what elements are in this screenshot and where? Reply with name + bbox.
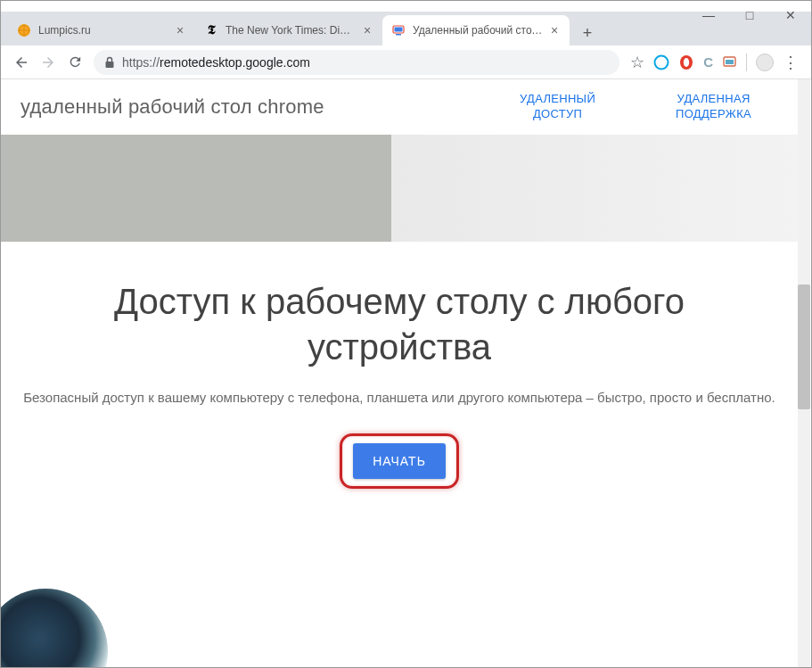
tab-title: Lumpics.ru — [38, 24, 168, 37]
new-tab-button[interactable]: + — [575, 21, 600, 45]
extension-icon[interactable] — [678, 54, 694, 70]
address-bar[interactable]: https://remotedesktop.google.com — [94, 50, 619, 75]
close-icon[interactable]: × — [174, 24, 186, 37]
svg-rect-5 — [396, 34, 401, 36]
tab-title: The New York Times: Digital — [226, 24, 356, 37]
tab-title: Удаленный рабочий стол C — [413, 24, 543, 37]
svg-point-8 — [655, 55, 668, 69]
favicon-icon — [391, 23, 406, 37]
page-viewport: удаленный рабочий стол chrome УДАЛЕННЫЙД… — [1, 79, 811, 668]
close-window-button[interactable]: ✕ — [770, 1, 811, 29]
app-header: удаленный рабочий стол chrome УДАЛЕННЫЙД… — [1, 79, 798, 135]
start-button[interactable]: НАЧАТЬ — [353, 443, 446, 479]
extension-icon[interactable] — [722, 54, 737, 70]
tab-remotedesktop[interactable]: Удаленный рабочий стол C × — [382, 15, 570, 45]
browser-toolbar: https://remotedesktop.google.com ☆ C ⋮ — [1, 45, 811, 79]
hero-subtext: Безопасный доступ к вашему компьютеру с … — [19, 388, 780, 408]
tab-lumpics[interactable]: Lumpics.ru × — [8, 15, 195, 45]
back-button[interactable] — [8, 49, 35, 76]
decorative-section — [1, 606, 798, 668]
toolbar-right: ☆ C ⋮ — [625, 53, 804, 72]
nav-remote-support[interactable]: УДАЛЕННАЯПОДДЕРЖКА — [676, 92, 751, 122]
bookmark-star-icon[interactable]: ☆ — [630, 53, 644, 72]
maximize-button[interactable]: □ — [729, 1, 770, 29]
close-icon[interactable]: × — [548, 24, 561, 37]
separator — [746, 54, 747, 71]
extension-icon[interactable]: C — [703, 54, 713, 70]
close-icon[interactable]: × — [361, 24, 373, 37]
nav-remote-access[interactable]: УДАЛЕННЫЙДОСТУП — [520, 92, 595, 122]
favicon-icon: 𝕿 — [204, 23, 218, 37]
hero-image — [1, 135, 798, 242]
svg-point-10 — [684, 58, 689, 67]
favicon-icon — [17, 23, 31, 37]
svg-rect-12 — [726, 60, 734, 64]
forward-button[interactable] — [35, 49, 62, 76]
url-host: remotedesktop.google.com — [160, 55, 310, 70]
extension-icon[interactable] — [653, 54, 669, 70]
hero-section: Доступ к рабочему столу с любогоустройст… — [1, 242, 798, 542]
profile-avatar[interactable] — [756, 54, 774, 71]
chrome-menu-button[interactable]: ⋮ — [783, 53, 799, 72]
tab-nytimes[interactable]: 𝕿 The New York Times: Digital × — [195, 15, 382, 45]
reload-button[interactable] — [62, 49, 88, 76]
svg-rect-6 — [395, 28, 403, 32]
spacer — [1, 542, 798, 607]
app-title: удаленный рабочий стол chrome — [21, 95, 324, 119]
svg-rect-7 — [106, 62, 114, 68]
highlight-annotation: НАЧАТЬ — [340, 433, 459, 489]
lock-icon — [104, 56, 115, 69]
minimize-button[interactable]: — — [688, 1, 729, 29]
url-protocol: https:// — [122, 55, 160, 70]
scrollbar-thumb[interactable] — [798, 285, 810, 409]
hero-heading: Доступ к рабочему столу с любогоустройст… — [19, 279, 780, 370]
